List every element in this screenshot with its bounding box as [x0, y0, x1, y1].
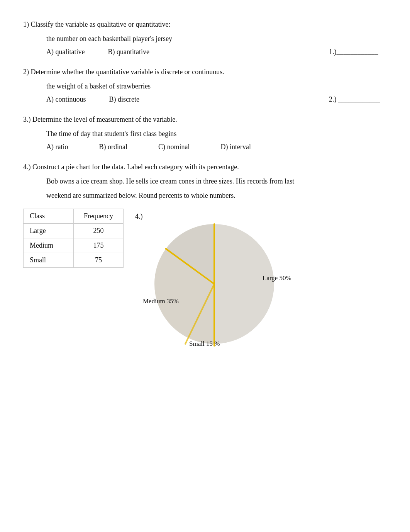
- q2-options: A) continuous B) discrete: [46, 95, 325, 104]
- q3-subtext: The time of day that student's first cla…: [46, 129, 387, 139]
- q1-option-a: A) qualitative: [46, 48, 85, 56]
- q3-option-b: B) ordinal: [99, 143, 127, 151]
- table-header-frequency: Frequency: [74, 209, 124, 224]
- q4-subtext1: Bob owns a ice cream shop. He sells ice …: [46, 176, 387, 187]
- table-row-large: Large 250: [24, 224, 124, 238]
- q2-subtext: the weight of a basket of strawberries: [46, 81, 387, 92]
- question-4: 4.) Construct a pie chart for the data. …: [23, 162, 387, 371]
- q1-text: 1) Classify the variable as qualitative …: [23, 19, 387, 30]
- q4-data-section: Class Frequency Large 250 Medium 175 Sma…: [23, 209, 387, 371]
- q3-option-c: C) nominal: [158, 143, 190, 151]
- q4-text: 4.) Construct a pie chart for the data. …: [23, 162, 387, 172]
- table-header-class: Class: [24, 209, 74, 224]
- q3-options: A) ratio B) ordinal C) nominal D) interv…: [46, 143, 387, 151]
- table-cell-medium-class: Medium: [24, 238, 74, 253]
- pie-slice-large: [214, 224, 274, 344]
- pie-chart-svg: [151, 220, 278, 348]
- label-large: Large 50%: [263, 274, 291, 282]
- table-row-medium: Medium 175: [24, 238, 124, 253]
- q2-option-b: B) discrete: [109, 95, 139, 104]
- table-cell-medium-freq: 175: [74, 238, 124, 253]
- table-cell-small-freq: 75: [74, 253, 124, 268]
- frequency-table: Class Frequency Large 250 Medium 175 Sma…: [23, 209, 124, 268]
- q1-blank: 1.)____________: [325, 48, 387, 56]
- q1-answer-row: A) qualitative B) quantitative 1.)______…: [46, 48, 387, 56]
- q2-option-a: A) continuous: [46, 95, 86, 104]
- q1-options: A) qualitative B) quantitative: [46, 48, 325, 56]
- table-cell-small-class: Small: [24, 253, 74, 268]
- q3-answer-row: A) ratio B) ordinal C) nominal D) interv…: [46, 143, 387, 151]
- q3-option-d: D) interval: [220, 143, 251, 151]
- q2-text: 2) Determine whether the quantitative va…: [23, 67, 387, 77]
- label-small: Small 15 %: [189, 340, 220, 348]
- question-2: 2) Determine whether the quantitative va…: [23, 67, 387, 104]
- q3-text: 3.) Determine the level of measurement o…: [23, 114, 387, 125]
- q2-blank: 2.) ____________: [325, 95, 387, 104]
- q2-answer-row: A) continuous B) discrete 2.) __________…: [46, 95, 387, 104]
- table-cell-large-class: Large: [24, 224, 74, 238]
- label-medium: Medium 35%: [143, 297, 179, 305]
- chart-area: 4.): [135, 209, 320, 371]
- q3-option-a: A) ratio: [46, 143, 68, 151]
- table-cell-large-freq: 250: [74, 224, 124, 238]
- question-3: 3.) Determine the level of measurement o…: [23, 114, 387, 151]
- question-1: 1) Classify the variable as qualitative …: [23, 19, 387, 56]
- chart-label: 4.): [135, 212, 143, 221]
- q1-subtext: the number on each basketball player's j…: [46, 34, 387, 44]
- pie-chart-container: [151, 220, 278, 348]
- table-header-row: Class Frequency: [24, 209, 124, 224]
- q1-option-b: B) quantitative: [108, 48, 149, 56]
- table-row-small: Small 75: [24, 253, 124, 268]
- q4-subtext2: weekend are summarized below. Round perc…: [46, 190, 387, 201]
